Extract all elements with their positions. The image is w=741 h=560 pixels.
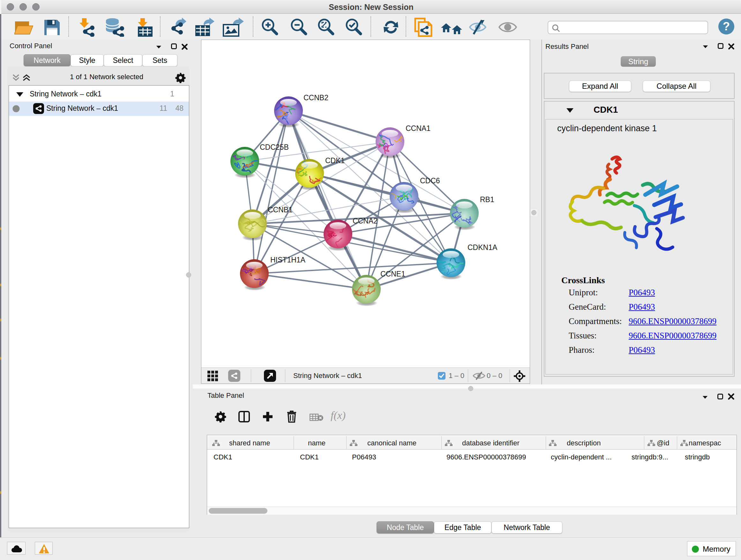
svg-text:CCNB2: CCNB2 — [304, 94, 328, 102]
svg-text:CDC25B: CDC25B — [260, 143, 289, 151]
svg-text:CCNE1: CCNE1 — [381, 270, 405, 278]
svg-text:CDC6: CDC6 — [420, 177, 440, 185]
svg-text:CCNA2: CCNA2 — [353, 217, 378, 225]
svg-text:CCNB1: CCNB1 — [268, 206, 293, 214]
svg-text:RB1: RB1 — [480, 195, 494, 204]
svg-text:HIST1H1A: HIST1H1A — [270, 256, 306, 264]
svg-text:CDKN1A: CDKN1A — [468, 243, 497, 252]
svg-text:CCNA1: CCNA1 — [406, 124, 430, 132]
svg-text:CDK1: CDK1 — [325, 157, 345, 165]
